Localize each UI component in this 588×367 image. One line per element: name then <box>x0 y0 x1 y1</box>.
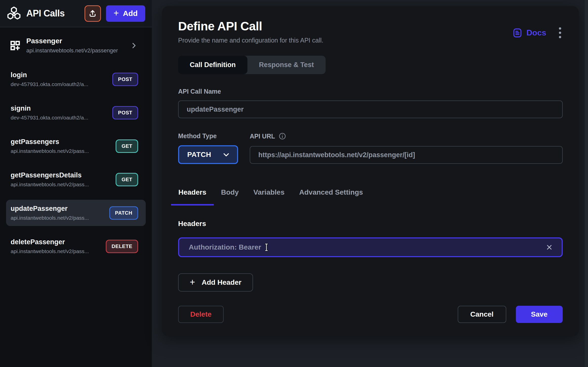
chevron-down-icon <box>222 151 230 158</box>
method-type-label: Method Type <box>178 132 238 140</box>
item-text: getPassengersDetails api.instantwebtools… <box>11 171 89 188</box>
list-item-getpassengersdetails[interactable]: getPassengersDetails api.instantwebtools… <box>6 166 146 193</box>
page-title: Define API Call <box>178 19 323 33</box>
method-type-dropdown[interactable]: PATCH <box>178 145 238 164</box>
api-name: getPassengers <box>11 138 89 146</box>
plus-icon: + <box>190 278 195 287</box>
dot <box>559 36 561 38</box>
group-name: Passenger <box>26 37 118 45</box>
main-area: Define API Call Provide the name and con… <box>152 0 588 367</box>
docs-label: Docs <box>527 28 546 37</box>
add-header-button[interactable]: + Add Header <box>178 273 253 292</box>
card-header: Define API Call Provide the name and con… <box>178 19 563 44</box>
add-header-label: Add Header <box>202 278 241 287</box>
list-item-signin[interactable]: signin dev-457931.okta.com/oauth2/a... P… <box>6 99 146 126</box>
group-url: api.instantwebtools.net/v2/passenger <box>26 47 118 54</box>
hexagon-cluster-logo <box>7 6 21 21</box>
api-url: api.instantwebtools.net/v2/pass... <box>11 215 89 221</box>
api-url: api.instantwebtools.net/v2/pass... <box>11 181 89 188</box>
api-call-name-label: API Call Name <box>178 88 563 95</box>
list-item-deletepassenger[interactable]: deletePassenger api.instantwebtools.net/… <box>6 233 146 259</box>
api-name: deletePassenger <box>11 238 89 246</box>
sidebar-actions: + Add <box>85 5 145 22</box>
item-text: deletePassenger api.instantwebtools.net/… <box>11 238 89 254</box>
info-icon[interactable] <box>279 132 286 140</box>
list-item-login[interactable]: login dev-457931.okta.com/oauth2/a... PO… <box>6 66 146 92</box>
api-url: api.instantwebtools.net/v2/pass... <box>11 248 89 254</box>
sidebar-title: API Calls <box>26 8 65 19</box>
api-name: login <box>11 71 88 79</box>
api-group-passenger[interactable]: Passenger api.instantwebtools.net/v2/pas… <box>6 35 146 56</box>
text-cursor-icon <box>264 242 269 252</box>
plus-icon: + <box>114 9 119 18</box>
method-badge: POST <box>112 73 138 86</box>
item-text: getPassengers api.instantwebtools.net/v2… <box>11 138 89 154</box>
sidebar: API Calls + Add Pa <box>0 0 152 367</box>
subtab-headers[interactable]: Headers <box>171 188 214 206</box>
view-tabs: Call Definition Response & Test <box>178 56 326 74</box>
method-type-value: PATCH <box>187 151 211 159</box>
tab-response-test[interactable]: Response & Test <box>247 56 326 74</box>
docs-button[interactable]: Docs <box>512 28 546 38</box>
app-root: API Calls + Add Pa <box>0 0 588 367</box>
config-subtabs: Headers Body Variables Advanced Settings <box>171 188 563 206</box>
grid-add-icon <box>10 40 21 51</box>
api-url: api.instantwebtools.net/v2/pass... <box>11 148 89 154</box>
api-call-name-field: API Call Name updatePassenger <box>178 88 563 118</box>
clear-header-button[interactable] <box>545 243 553 251</box>
item-text: login dev-457931.okta.com/oauth2/a... <box>11 71 88 87</box>
method-badge: GET <box>116 139 138 153</box>
list-item-getpassengers[interactable]: getPassengers api.instantwebtools.net/v2… <box>6 133 146 159</box>
header-value-text: Authorization: Bearer <box>189 243 261 251</box>
dot <box>559 27 561 30</box>
header-value-input[interactable]: Authorization: Bearer <box>178 237 563 257</box>
headers-section-label: Headers <box>178 220 563 228</box>
api-name: signin <box>11 105 88 112</box>
subtab-variables[interactable]: Variables <box>246 188 292 206</box>
method-badge: PATCH <box>109 206 138 220</box>
list-item-updatepassenger[interactable]: updatePassenger api.instantwebtools.net/… <box>6 200 146 226</box>
delete-button[interactable]: Delete <box>178 306 224 323</box>
api-url-label-row: API URL <box>250 132 563 140</box>
sidebar-header: API Calls + Add <box>0 0 152 27</box>
card-header-text: Define API Call Provide the name and con… <box>178 19 323 44</box>
subtab-advanced-settings[interactable]: Advanced Settings <box>292 188 370 206</box>
chevron-right-icon[interactable] <box>130 42 138 49</box>
item-text: updatePassenger api.instantwebtools.net/… <box>11 205 89 221</box>
api-url-field: API URL https://api.instantwebtools.net/… <box>250 132 563 164</box>
api-call-name-input[interactable]: updatePassenger <box>178 100 563 118</box>
page-scrollbar[interactable] <box>585 0 588 367</box>
api-call-list: Passenger api.instantwebtools.net/v2/pas… <box>0 27 152 274</box>
add-button-label: Add <box>123 9 138 18</box>
docs-icon <box>512 28 523 38</box>
item-text: signin dev-457931.okta.com/oauth2/a... <box>11 105 88 121</box>
header-actions: Docs <box>512 26 563 40</box>
upload-icon <box>88 9 97 18</box>
method-type-field: Method Type PATCH <box>178 132 238 164</box>
subtab-body[interactable]: Body <box>214 188 246 206</box>
define-api-call-card: Define API Call Provide the name and con… <box>162 6 579 336</box>
api-url: dev-457931.okta.com/oauth2/a... <box>11 81 88 87</box>
page-subtitle: Provide the name and configuration for t… <box>178 37 323 44</box>
cancel-button[interactable]: Cancel <box>458 306 506 323</box>
add-api-call-button[interactable]: + Add <box>106 5 145 22</box>
kebab-menu-icon[interactable] <box>557 26 563 40</box>
method-url-row: Method Type PATCH API URL <box>178 132 563 164</box>
dot <box>559 32 561 34</box>
group-text: Passenger api.instantwebtools.net/v2/pas… <box>26 37 118 54</box>
upload-button[interactable] <box>85 5 101 22</box>
save-button[interactable]: Save <box>516 306 563 323</box>
api-url: dev-457931.okta.com/oauth2/a... <box>11 115 88 121</box>
method-badge: GET <box>116 173 138 186</box>
close-icon <box>545 243 553 251</box>
api-url-label: API URL <box>250 133 275 140</box>
method-badge: DELETE <box>106 240 138 253</box>
footer-actions: Delete Cancel Save <box>178 306 563 323</box>
method-badge: POST <box>112 106 138 119</box>
api-url-input[interactable]: https://api.instantwebtools.net/v2/passe… <box>250 146 563 164</box>
api-name: updatePassenger <box>11 205 89 213</box>
tab-call-definition[interactable]: Call Definition <box>178 56 247 74</box>
api-name: getPassengersDetails <box>11 171 89 179</box>
